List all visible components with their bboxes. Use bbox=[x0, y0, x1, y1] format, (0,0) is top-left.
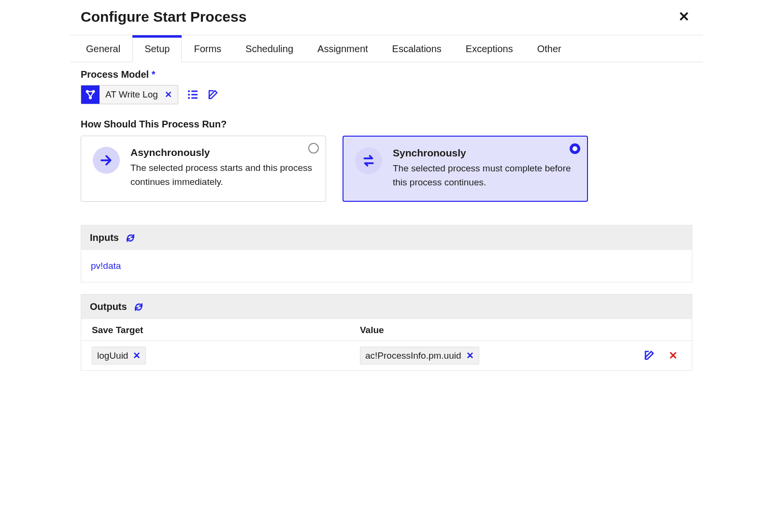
output-row: logUuid ✕ ac!ProcessInfo.pm.uuid ✕ bbox=[81, 341, 692, 370]
refresh-icon[interactable] bbox=[126, 233, 135, 243]
outputs-section: Outputs Save Target Value logUuid ✕ bbox=[81, 294, 692, 371]
save-target-chip[interactable]: logUuid ✕ bbox=[92, 347, 146, 364]
tab-forms[interactable]: Forms bbox=[182, 35, 233, 62]
tab-setup[interactable]: Setup bbox=[132, 35, 182, 62]
run-mode-heading: How Should This Process Run? bbox=[81, 119, 692, 130]
edit-row-icon[interactable] bbox=[644, 350, 655, 362]
radio-icon bbox=[570, 143, 580, 154]
process-model-value: AT Write Log bbox=[100, 89, 163, 100]
tab-label: Setup bbox=[144, 43, 170, 54]
tab-label: General bbox=[86, 43, 120, 54]
tab-label: Exceptions bbox=[466, 43, 513, 54]
option-title: Synchronously bbox=[393, 147, 575, 159]
tab-assignment[interactable]: Assignment bbox=[305, 35, 380, 62]
remove-icon[interactable]: ✕ bbox=[133, 350, 141, 361]
list-icon[interactable] bbox=[187, 89, 199, 100]
tab-label: Escalations bbox=[392, 43, 442, 54]
label-text: Process Model bbox=[81, 69, 149, 80]
close-icon[interactable]: ✕ bbox=[678, 10, 689, 24]
col-value: Value bbox=[360, 325, 384, 336]
inputs-heading: Inputs bbox=[90, 232, 119, 243]
swap-icon bbox=[355, 147, 382, 174]
dialog-title: Configure Start Process bbox=[81, 9, 246, 25]
tab-label: Scheduling bbox=[245, 43, 293, 54]
option-desc: The selected process must complete befor… bbox=[393, 162, 575, 189]
input-item[interactable]: pv!data bbox=[91, 261, 121, 271]
tab-escalations[interactable]: Escalations bbox=[380, 35, 454, 62]
chip-label: ac!ProcessInfo.pm.uuid bbox=[365, 350, 461, 361]
option-title: Asynchronously bbox=[130, 147, 314, 158]
process-model-chip[interactable]: AT Write Log ✕ bbox=[81, 85, 178, 104]
svg-rect-6 bbox=[191, 94, 198, 96]
remove-process-model-icon[interactable]: ✕ bbox=[163, 89, 178, 100]
radio-icon bbox=[308, 143, 319, 154]
outputs-heading: Outputs bbox=[90, 301, 127, 312]
required-marker: * bbox=[152, 69, 156, 80]
svg-point-3 bbox=[188, 90, 190, 92]
svg-point-2 bbox=[89, 97, 91, 98]
svg-point-5 bbox=[188, 94, 190, 96]
run-option-async[interactable]: Asynchronously The selected process star… bbox=[81, 136, 326, 202]
tab-other[interactable]: Other bbox=[525, 35, 573, 62]
tab-scheduling[interactable]: Scheduling bbox=[233, 35, 305, 62]
process-model-label: Process Model * bbox=[81, 69, 692, 80]
dialog-header: Configure Start Process ✕ bbox=[70, 0, 703, 35]
inputs-section: Inputs pv!data bbox=[81, 225, 692, 282]
process-model-icon bbox=[81, 85, 100, 104]
run-option-sync[interactable]: Synchronously The selected process must … bbox=[343, 136, 588, 202]
svg-rect-8 bbox=[191, 98, 198, 99]
option-desc: The selected process starts and this pro… bbox=[130, 161, 314, 189]
svg-rect-4 bbox=[191, 91, 198, 92]
delete-row-icon[interactable]: ✕ bbox=[669, 350, 677, 362]
outputs-table-header: Save Target Value bbox=[81, 319, 692, 341]
svg-point-1 bbox=[92, 91, 94, 93]
remove-icon[interactable]: ✕ bbox=[466, 350, 474, 361]
arrow-right-icon bbox=[93, 147, 120, 174]
tab-bar: General Setup Forms Scheduling Assignmen… bbox=[70, 35, 703, 62]
tab-label: Other bbox=[537, 43, 561, 54]
tab-label: Assignment bbox=[317, 43, 368, 54]
svg-point-7 bbox=[188, 97, 190, 99]
tab-general[interactable]: General bbox=[74, 35, 132, 62]
col-save-target: Save Target bbox=[92, 325, 360, 336]
tab-exceptions[interactable]: Exceptions bbox=[454, 35, 525, 62]
edit-icon[interactable] bbox=[207, 89, 219, 100]
svg-point-0 bbox=[86, 91, 88, 93]
value-chip[interactable]: ac!ProcessInfo.pm.uuid ✕ bbox=[360, 347, 479, 364]
chip-label: logUuid bbox=[97, 350, 128, 361]
tab-label: Forms bbox=[194, 43, 221, 54]
refresh-icon[interactable] bbox=[134, 302, 143, 312]
